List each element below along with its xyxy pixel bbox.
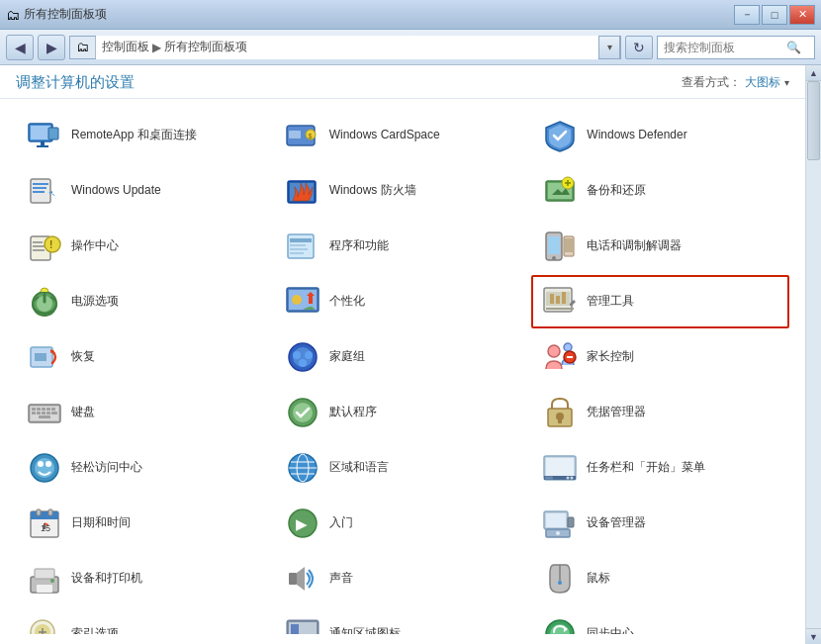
sync-center-label: 同步中心 (587, 626, 634, 634)
scroll-up-button[interactable]: ▲ (806, 65, 822, 81)
windows-update-icon (26, 172, 63, 210)
parental-controls-label: 家长控制 (587, 349, 634, 365)
close-button[interactable]: ✕ (789, 5, 815, 25)
icon-item-programs-features[interactable]: 程序和功能 (274, 220, 532, 273)
getting-started-icon: ▶ (284, 505, 321, 542)
svg-rect-22 (290, 238, 312, 242)
phone-modem-icon (541, 228, 579, 265)
remote-app-label: RemoteApp 和桌面连接 (71, 128, 197, 143)
svg-rect-38 (546, 308, 574, 310)
svg-text:!: ! (49, 239, 52, 250)
icon-item-sync-center[interactable]: 同步中心 (531, 607, 789, 634)
svg-text:▶: ▶ (296, 516, 308, 532)
icon-item-devices-printers[interactable]: 设备和打印机 (16, 552, 274, 605)
ease-access-label: 轻松访问中心 (71, 460, 142, 476)
taskbar-start-icon (541, 449, 579, 487)
indexing-options-label: 索引选项 (71, 626, 119, 634)
scroll-thumb[interactable] (807, 81, 820, 160)
content-area: 调整计算机的设置 查看方式： 大图标 ▾ RemoteApp 和桌面连接$Win… (0, 65, 805, 644)
default-programs-label: 默认程序 (329, 405, 377, 420)
programs-features-label: 程序和功能 (329, 238, 389, 254)
action-center-icon: ! (26, 228, 63, 265)
icon-item-getting-started[interactable]: ▶入门 (274, 497, 532, 550)
taskbar-start-label: 任务栏和「开始」菜单 (587, 460, 705, 476)
page-title: 调整计算机的设置 (16, 73, 135, 92)
icon-item-windows-firewall[interactable]: Windows 防火墙 (274, 164, 532, 218)
homegroup-label: 家庭组 (329, 349, 365, 365)
icon-item-default-programs[interactable]: 默认程序 (274, 386, 532, 439)
svg-rect-27 (548, 236, 560, 254)
power-options-label: 电源选项 (71, 294, 119, 310)
title-bar-icon: 🗂 (6, 7, 20, 23)
refresh-button[interactable]: ↻ (625, 36, 653, 59)
back-button[interactable]: ◀ (6, 35, 34, 60)
icon-item-phone-modem[interactable]: 电话和调制解调器 (531, 220, 789, 273)
svg-point-72 (46, 461, 51, 467)
backup-restore-label: 备份和还原 (587, 183, 646, 199)
admin-tools-icon (541, 283, 579, 321)
svg-rect-11 (33, 187, 46, 189)
icon-item-windows-cardspace[interactable]: $Windows CardSpace (274, 109, 532, 162)
default-programs-icon (284, 394, 321, 431)
icon-item-taskbar-start[interactable]: 任务栏和「开始」菜单 (531, 441, 789, 495)
backup-restore-icon (541, 172, 579, 210)
title-bar-label: 所有控制面板项 (24, 6, 107, 23)
device-manager-icon (541, 505, 579, 542)
scrollbar: ▲ ▼ (805, 65, 821, 644)
windows-cardspace-label: Windows CardSpace (329, 128, 440, 143)
icon-item-device-manager[interactable]: 设备管理器 (531, 497, 789, 550)
icon-item-notification-area[interactable]: 通知区域图标 (274, 607, 532, 634)
svg-rect-60 (42, 412, 46, 414)
search-input[interactable] (664, 41, 782, 54)
icon-item-region-language[interactable]: 区域和语言 (274, 441, 532, 495)
icon-item-credential-manager[interactable]: 凭据管理器 (531, 386, 789, 439)
region-language-label: 区域和语言 (329, 460, 389, 476)
windows-cardspace-icon: $ (284, 117, 321, 154)
sync-center-icon (541, 615, 579, 634)
icon-item-remote-app[interactable]: RemoteApp 和桌面连接 (16, 109, 274, 162)
svg-rect-25 (290, 252, 304, 254)
svg-rect-85 (31, 511, 58, 519)
svg-point-28 (552, 256, 556, 260)
icon-item-personalization[interactable]: 个性化 (274, 275, 532, 328)
date-time-label: 日期和时间 (71, 515, 131, 531)
personalization-label: 个性化 (329, 294, 365, 310)
address-dropdown[interactable]: ▾ (598, 36, 620, 59)
icon-item-keyboard[interactable]: 键盘 (16, 386, 274, 439)
icon-item-mouse[interactable]: 鼠标 (531, 552, 789, 605)
icon-item-sound[interactable]: 声音 (274, 552, 532, 605)
svg-rect-86 (37, 509, 41, 515)
scroll-down-button[interactable]: ▼ (806, 628, 822, 644)
icon-item-windows-update[interactable]: Windows Update (16, 164, 274, 218)
svg-point-35 (292, 295, 302, 305)
windows-defender-label: Windows Defender (587, 128, 686, 143)
icon-item-homegroup[interactable]: 家庭组 (274, 330, 532, 384)
icon-item-windows-defender[interactable]: Windows Defender (531, 109, 789, 162)
svg-rect-10 (33, 183, 48, 185)
minimize-button[interactable]: － (734, 5, 760, 25)
forward-button[interactable]: ▶ (38, 35, 65, 60)
icon-item-date-time[interactable]: 15日期和时间 (16, 497, 274, 550)
icon-item-ease-access[interactable]: 轻松访问中心 (16, 441, 274, 495)
notification-area-icon (284, 615, 321, 634)
svg-point-82 (571, 477, 574, 480)
icon-item-action-center[interactable]: !操作中心 (16, 220, 274, 273)
mouse-label: 鼠标 (587, 571, 610, 587)
svg-rect-54 (37, 408, 41, 411)
svg-rect-102 (289, 573, 297, 585)
admin-tools-label: 管理工具 (587, 294, 634, 310)
date-time-icon: 15 (26, 505, 63, 542)
maximize-button[interactable]: □ (762, 5, 787, 25)
svg-rect-115 (291, 624, 299, 634)
icon-item-parental-controls[interactable]: 家长控制 (531, 330, 789, 384)
credential-manager-label: 凭据管理器 (587, 405, 646, 420)
power-options-icon (26, 283, 63, 321)
svg-rect-6 (289, 131, 301, 138)
icon-item-power-options[interactable]: 电源选项 (16, 275, 274, 328)
icon-item-backup-restore[interactable]: 备份和还原 (531, 164, 789, 218)
icon-item-recovery[interactable]: 恢复 (16, 330, 274, 384)
svg-rect-94 (546, 513, 566, 527)
svg-point-49 (564, 343, 572, 351)
icon-item-indexing-options[interactable]: 索引选项 (16, 607, 274, 634)
icon-item-admin-tools[interactable]: 管理工具 (531, 275, 789, 328)
